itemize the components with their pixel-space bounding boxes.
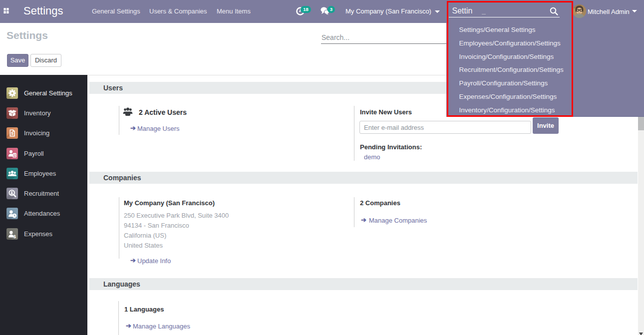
svg-text:$: $ (13, 234, 16, 239)
svg-text:$: $ (11, 131, 13, 136)
svg-text:$: $ (13, 153, 15, 157)
